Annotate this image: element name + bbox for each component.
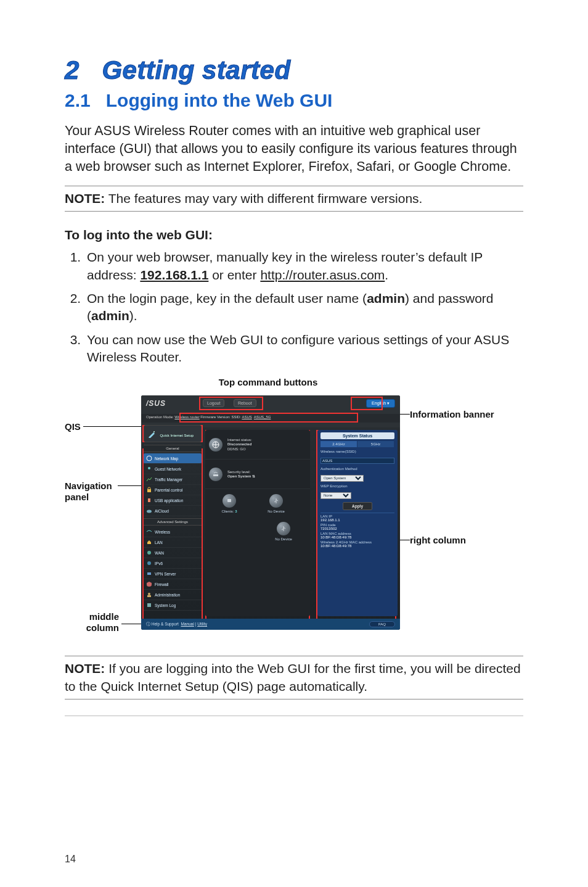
home-icon bbox=[146, 539, 152, 545]
section-name: Logging into the Web GUI bbox=[106, 90, 333, 110]
sidebar-item-system-log[interactable]: System Log bbox=[144, 600, 202, 611]
faq-button[interactable]: FAQ bbox=[369, 621, 395, 627]
auth-select[interactable]: Open System bbox=[321, 475, 364, 482]
step-2-text-c: ). bbox=[129, 308, 137, 323]
lan-ip-value: 192.168.1.1 bbox=[321, 518, 394, 522]
svg-point-5 bbox=[147, 510, 152, 513]
callout-nav-panel-b: panel bbox=[65, 492, 89, 502]
adv-label-2: WAN bbox=[155, 551, 164, 555]
step-3: You can now use the Web GUI to configure… bbox=[84, 331, 523, 366]
status-value: Disconnected bbox=[227, 442, 251, 446]
step-1-text-b: or enter bbox=[208, 268, 260, 282]
gui-diagram: Top command buttons QIS Information bann… bbox=[65, 377, 508, 642]
security-level-row[interactable]: Security level: Open System ⇅ bbox=[205, 460, 310, 489]
default-username: admin bbox=[367, 291, 405, 305]
status-label: Internet status: bbox=[227, 438, 252, 442]
adv-label-4: VPN Server bbox=[155, 572, 176, 576]
callout-middle-column: middle column bbox=[83, 611, 119, 633]
nav-label-4: USB application bbox=[155, 498, 183, 503]
internet-status-row[interactable]: Internet status: Disconnected DDNS: GO bbox=[205, 430, 310, 460]
adv-label-6: Administration bbox=[155, 593, 180, 597]
lan-info-section: LAN IP 192.168.1.1 PIN code 72013502 LAN… bbox=[321, 513, 394, 548]
w24-mac-value: 10:BF:48:D8:49:78 bbox=[321, 544, 394, 548]
procedure-heading: To log into the web GUI: bbox=[65, 228, 523, 242]
note-text-2: If you are logging into the Web GUI for … bbox=[65, 661, 521, 693]
svg-rect-11 bbox=[147, 603, 151, 607]
svg-rect-4 bbox=[148, 498, 150, 502]
qis-label: Quick Internet Setup bbox=[160, 434, 194, 437]
band-tabs: 2.4GHz 5GHz bbox=[321, 441, 394, 447]
admin-icon bbox=[146, 592, 152, 598]
no-device-1: No Device bbox=[258, 510, 294, 513]
callout-nav-panel: Navigation panel bbox=[65, 481, 112, 503]
sidebar-item-network-map[interactable]: Network Map bbox=[144, 453, 202, 464]
help-support-block: ⓘ Help & Support Manual | Utility bbox=[146, 622, 207, 627]
svg-point-6 bbox=[147, 551, 151, 555]
sidebar-item-guest-network[interactable]: Guest Network bbox=[144, 464, 202, 474]
mid-bottom-row: No Device bbox=[205, 522, 310, 541]
tab-5ghz[interactable]: 5GHz bbox=[357, 441, 394, 447]
adv-label-3: IPv6 bbox=[155, 561, 163, 566]
callout-qis: QIS bbox=[65, 421, 81, 432]
apply-button[interactable]: Apply bbox=[343, 502, 372, 510]
sidebar-item-firewall[interactable]: Firewall bbox=[144, 579, 202, 590]
highlight-info-banner bbox=[179, 413, 358, 423]
sidebar-item-administration[interactable]: Administration bbox=[144, 590, 202, 600]
nav-advanced-list: Wireless LAN WAN IPv6 VPN Server Firewal… bbox=[144, 527, 202, 611]
note-text: The features may vary with different fir… bbox=[108, 191, 423, 205]
sidebar-item-parental-control[interactable]: Parental control bbox=[144, 485, 202, 495]
usb-icon bbox=[146, 497, 152, 503]
globe-icon bbox=[146, 455, 152, 461]
sec-value: Open System bbox=[227, 474, 251, 478]
help-support-label: Help & Support bbox=[152, 622, 179, 626]
callout-qis-label: QIS bbox=[65, 421, 81, 432]
callout-info-banner: Information banner bbox=[410, 409, 494, 420]
sidebar-item-aicloud[interactable]: AiCloud bbox=[144, 506, 202, 516]
chapter-name: Getting started bbox=[102, 56, 290, 85]
usb-tile-1[interactable]: No Device bbox=[258, 494, 294, 513]
nav-label-5: AiCloud bbox=[155, 509, 169, 513]
utility-link[interactable]: Utility bbox=[197, 622, 207, 626]
svg-rect-10 bbox=[147, 595, 151, 597]
svg-point-7 bbox=[147, 561, 151, 565]
note-label-2: NOTE: bbox=[65, 661, 105, 675]
usb-tile-2[interactable]: No Device bbox=[266, 522, 301, 541]
vpn-icon bbox=[146, 571, 152, 577]
sidebar-item-traffic-manager[interactable]: Traffic Manager bbox=[144, 474, 202, 485]
manual-link[interactable]: Manual bbox=[181, 622, 194, 626]
svg-point-1 bbox=[147, 456, 152, 461]
clients-value: 3 bbox=[235, 510, 237, 513]
svg-rect-3 bbox=[147, 489, 151, 492]
sidebar-item-ipv6[interactable]: IPv6 bbox=[144, 558, 202, 569]
router-gui-frame: /SUS Logout Reboot English ▾ Operation M… bbox=[141, 395, 400, 630]
sidebar-item-vpn-server[interactable]: VPN Server bbox=[144, 569, 202, 579]
sidebar-item-wan[interactable]: WAN bbox=[144, 548, 202, 558]
asus-logo: /SUS bbox=[146, 399, 166, 408]
mid-tiles-row: Clients: 3 No Device bbox=[205, 489, 310, 518]
section-title: 2.1 Logging into the Web GUI bbox=[65, 90, 523, 111]
tab-2-4ghz[interactable]: 2.4GHz bbox=[321, 441, 357, 447]
svg-point-2 bbox=[148, 467, 150, 469]
wand-icon bbox=[148, 431, 155, 438]
security-level-text: Security level: Open System ⇅ bbox=[227, 470, 255, 479]
shield-icon bbox=[146, 581, 152, 587]
gui-middle-column: Internet status: Disconnected DDNS: GO S… bbox=[205, 430, 310, 616]
nav-label-2: Traffic Manager bbox=[155, 477, 182, 482]
ip-icon bbox=[146, 560, 152, 566]
globe-icon bbox=[209, 438, 223, 452]
sidebar-item-wireless[interactable]: Wireless bbox=[144, 527, 202, 537]
chapter-number: 2 bbox=[65, 56, 80, 85]
highlight-language bbox=[351, 397, 383, 410]
ssid-input[interactable] bbox=[321, 458, 394, 464]
page-number: 14 bbox=[65, 854, 76, 865]
clients-tile[interactable]: Clients: 3 bbox=[211, 494, 247, 513]
default-password: admin bbox=[91, 308, 129, 323]
qis-button[interactable]: Quick Internet Setup bbox=[144, 425, 202, 442]
chart-icon bbox=[146, 476, 152, 482]
sidebar-item-lan[interactable]: LAN bbox=[144, 537, 202, 548]
sidebar-item-usb-application[interactable]: USB application bbox=[144, 495, 202, 506]
intro-paragraph: Your ASUS Wireless Router comes with an … bbox=[65, 122, 523, 176]
wep-select[interactable]: None bbox=[321, 492, 351, 499]
sec-label: Security level: bbox=[227, 470, 250, 474]
nav-label-1: Guest Network bbox=[155, 467, 181, 471]
